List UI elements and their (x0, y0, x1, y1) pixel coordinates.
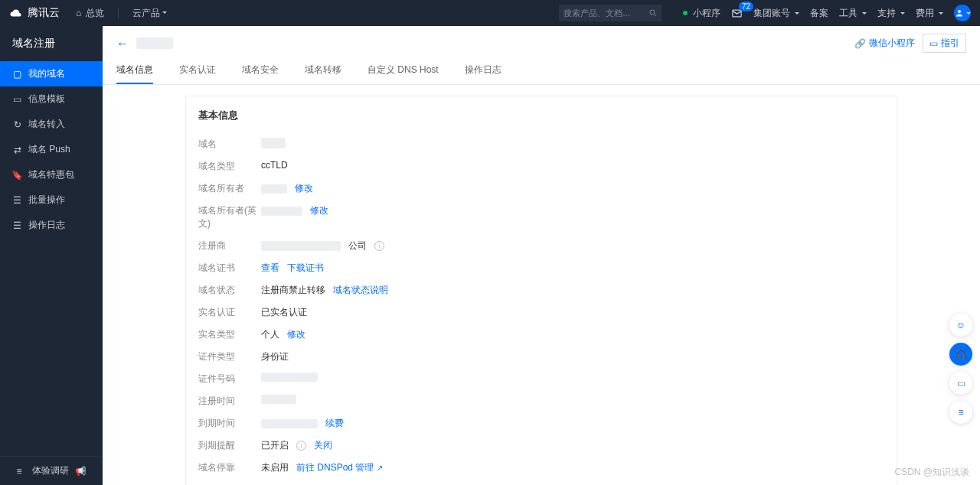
float-menu[interactable]: ≡ (949, 401, 972, 424)
lbl-id-type: 证件类型 (198, 350, 261, 363)
info-icon[interactable]: i (374, 241, 384, 251)
search-icon[interactable] (645, 5, 662, 21)
val-exp-remind: 已开启 (261, 439, 289, 452)
brand-logo[interactable]: 腾讯云 (9, 6, 60, 20)
menu-icon: ▭ (12, 94, 22, 104)
menu-label: 域名特惠包 (28, 168, 74, 181)
tab-0[interactable]: 域名信息 (116, 63, 153, 84)
nav-tools[interactable]: 工具 (839, 7, 867, 20)
nav-support[interactable]: 支持 (877, 7, 905, 20)
tab-1[interactable]: 实名认证 (179, 63, 216, 84)
menu-label: 批量操作 (28, 194, 65, 207)
svg-point-0 (650, 10, 655, 15)
lbl-exp-time: 到期时间 (198, 417, 261, 430)
svg-point-2 (958, 10, 961, 13)
val-idno-redacted (261, 373, 318, 382)
cloud-icon (9, 6, 23, 20)
lbl-cert: 域名证书 (198, 262, 261, 275)
val-exptime-redacted (261, 419, 318, 428)
basic-info-title: 基本信息 (198, 109, 884, 122)
sidebar-title: 域名注册 (0, 26, 103, 61)
val-id-type: 身份证 (261, 350, 289, 363)
val-status: 注册商禁止转移 (261, 284, 325, 297)
float-support[interactable]: 🎧 (949, 343, 972, 366)
lbl-exp-remind: 到期提醒 (198, 439, 261, 452)
nav-group[interactable]: 集团账号 (753, 7, 799, 20)
nav-miniapp[interactable]: 小程序 (683, 7, 720, 20)
sidebar-item-4[interactable]: 🔖域名特惠包 (0, 162, 103, 187)
survey-label: 体验调研 (32, 464, 69, 477)
lbl-registrar: 注册商 (198, 239, 261, 252)
nav-mail[interactable]: 72 (731, 8, 743, 19)
info-icon[interactable]: i (296, 441, 306, 451)
val-realname-type: 个人 (261, 328, 279, 341)
lbl-owner: 域名所有者 (198, 182, 261, 195)
float-toolbar: ☺ 🎧 ▭ ≡ (949, 314, 972, 424)
user-avatar[interactable] (954, 5, 971, 21)
menu-icon: ⇄ (12, 145, 22, 155)
sidebar-item-1[interactable]: ▭信息模板 (0, 86, 103, 112)
top-nav: 腾讯云 ⌂ 总览 云产品 小程序 72 集团账号 备案 工具 支持 费用 (0, 0, 980, 26)
menu-icon: ☰ (12, 220, 22, 230)
menu-label: 我的域名 (28, 67, 65, 80)
lbl-type: 域名类型 (198, 160, 261, 173)
lbl-realname-type: 实名类型 (198, 328, 261, 341)
nav-products[interactable]: 云产品 (132, 7, 167, 20)
link-modify-owner-en[interactable]: 修改 (310, 204, 328, 217)
external-icon: ↗ (377, 464, 383, 472)
sidebar-item-0[interactable]: ▢我的域名 (0, 61, 103, 86)
sidebar-item-5[interactable]: ☰批量操作 (0, 187, 103, 213)
user-icon (955, 8, 964, 18)
tab-4[interactable]: 自定义 DNS Host (368, 63, 439, 84)
home-icon: ⌂ (74, 8, 83, 18)
sidebar-survey[interactable]: ≡ 体验调研 📢 (0, 456, 103, 485)
back-arrow-icon[interactable]: ← (116, 37, 129, 50)
brand-text: 腾讯云 (28, 6, 60, 20)
menu-label: 域名转入 (28, 118, 65, 131)
nav-overview[interactable]: ⌂ 总览 (74, 7, 104, 20)
float-docs[interactable]: ▭ (949, 372, 972, 395)
val-owner-redacted (261, 184, 287, 194)
nav-cost[interactable]: 费用 (916, 7, 943, 20)
book-icon: ▭ (929, 38, 938, 49)
menu-icon: ☰ (12, 195, 22, 205)
val-owner-en-redacted (261, 207, 302, 216)
lbl-id-no: 证件号码 (198, 373, 261, 386)
val-type: ccTLD (261, 160, 288, 171)
tab-2[interactable]: 域名安全 (242, 63, 279, 84)
link-status-help[interactable]: 域名状态说明 (333, 284, 388, 297)
link-close-remind[interactable]: 关闭 (314, 439, 332, 452)
menu-icon: ▢ (12, 69, 22, 79)
link-dnspod[interactable]: 前往 DNSPod 管理 ↗ (296, 461, 383, 474)
menu-icon: ↻ (12, 119, 22, 129)
sidebar-item-6[interactable]: ☰操作日志 (0, 213, 103, 238)
sidebar: 域名注册 ▢我的域名▭信息模板↻域名转入⇄域名 Push🔖域名特惠包☰批量操作☰… (0, 26, 103, 485)
basic-info-panel: 基本信息 域名 域名类型ccTLD 域名所有者修改 域名所有者(英文)修改 注册… (185, 96, 897, 485)
nav-separator (118, 8, 119, 18)
lbl-park: 域名停靠 (198, 461, 261, 474)
float-smile[interactable]: ☺ (949, 314, 972, 337)
sidebar-item-2[interactable]: ↻域名转入 (0, 112, 103, 137)
link-modify-realname[interactable]: 修改 (287, 328, 305, 341)
link-modify-owner[interactable]: 修改 (295, 182, 313, 195)
search-input[interactable] (559, 5, 645, 21)
status-dot-icon (683, 11, 688, 15)
watermark: CSDN @知识浅谈 (894, 466, 969, 479)
tab-5[interactable]: 操作日志 (465, 63, 501, 84)
nav-beian[interactable]: 备案 (810, 7, 828, 20)
guide-button[interactable]: ▭指引 (923, 34, 966, 53)
lbl-domain: 域名 (198, 138, 261, 151)
wechat-mini-link[interactable]: 🔗微信小程序 (854, 37, 915, 50)
domain-name-redacted (136, 37, 173, 49)
val-realname: 已实名认证 (261, 306, 307, 319)
link-renew[interactable]: 续费 (325, 417, 344, 430)
main-content: ← 🔗微信小程序 ▭指引 域名信息实名认证域名安全域名转移自定义 DNS Hos… (103, 26, 980, 485)
collapse-icon[interactable]: ≡ (12, 466, 26, 477)
tab-3[interactable]: 域名转移 (305, 63, 341, 84)
link-icon: 🔗 (854, 38, 866, 49)
link-view-cert[interactable]: 查看 (261, 262, 279, 275)
lbl-reg-time: 注册时间 (198, 395, 261, 408)
link-download-cert[interactable]: 下载证书 (287, 262, 324, 275)
menu-label: 域名 Push (28, 143, 70, 156)
sidebar-item-3[interactable]: ⇄域名 Push (0, 137, 103, 162)
